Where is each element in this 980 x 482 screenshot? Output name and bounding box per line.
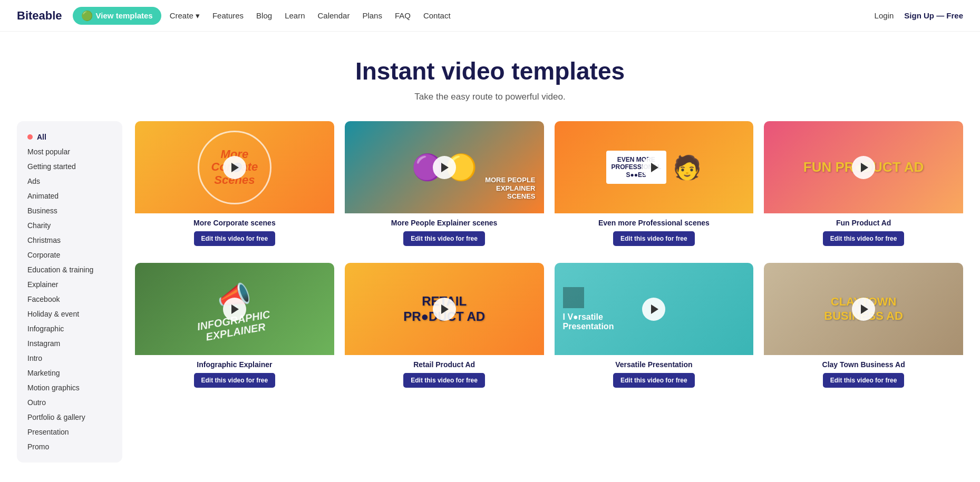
nav-right: Login Sign Up — Free bbox=[875, 11, 963, 20]
thumb-claytown-business-ad: CLAYTOWNBUSINESS AD bbox=[764, 263, 963, 355]
sidebar-item-label: Christmas bbox=[27, 236, 61, 244]
edit-button[interactable]: Edit this video for free bbox=[613, 231, 695, 246]
template-card-fun-product-ad: FUN PR●DUCT AD Fun Product Ad Edit this … bbox=[764, 121, 963, 252]
sidebar-item-christmas[interactable]: Christmas bbox=[17, 233, 122, 248]
main-layout: All Most popular Getting started Ads Ani… bbox=[0, 121, 980, 463]
template-card-people-explainer: 🟣 🟡 MORE PEOPLEEXPLAINERSCENES More Peop… bbox=[345, 121, 544, 252]
sidebar-item-education[interactable]: Education & training bbox=[17, 262, 122, 277]
sidebar-item-label: Holiday & event bbox=[27, 310, 79, 318]
sidebar-item-presentation[interactable]: Presentation bbox=[17, 425, 122, 439]
sidebar-item-label: Ads bbox=[27, 177, 40, 185]
template-title: Infographic Explainer bbox=[135, 360, 334, 369]
play-button[interactable] bbox=[852, 298, 875, 321]
play-button[interactable] bbox=[223, 298, 246, 321]
template-info: Clay Town Business Ad Edit this video fo… bbox=[764, 355, 963, 394]
nav-calendar[interactable]: Calendar bbox=[318, 11, 350, 20]
view-templates-btn[interactable]: 🟢 View templates bbox=[73, 7, 161, 25]
nav-plans[interactable]: Plans bbox=[362, 11, 382, 20]
template-info: More Corporate scenes Edit this video fo… bbox=[135, 213, 334, 252]
thumb-fun-product-ad: FUN PR●DUCT AD bbox=[764, 121, 963, 213]
sidebar-item-label: Instagram bbox=[27, 339, 60, 348]
template-title: Even more Professional scenes bbox=[555, 219, 754, 227]
sidebar-item-label: Marketing bbox=[27, 369, 60, 377]
login-link[interactable]: Login bbox=[875, 11, 894, 20]
sidebar-item-facebook[interactable]: Facebook bbox=[17, 292, 122, 307]
person-silhouette: 🧑 bbox=[673, 154, 702, 181]
template-card-corporate-scenes: MoreCor◉ateScenes More Corporate scenes … bbox=[135, 121, 334, 252]
hero-title: Instant video templates bbox=[0, 57, 980, 85]
template-card-infographic-explainer: 📣 INFOGRAPHICEXPLAINER Infographic Expla… bbox=[135, 263, 334, 394]
sidebar-item-label: Presentation bbox=[27, 428, 69, 436]
nav-blog[interactable]: Blog bbox=[256, 11, 272, 20]
sidebar-item-ads[interactable]: Ads bbox=[17, 174, 122, 189]
navbar: Biteable 🟢 View templates Create ▾ Featu… bbox=[0, 0, 980, 32]
edit-button[interactable]: Edit this video for free bbox=[194, 231, 276, 246]
play-button[interactable] bbox=[433, 298, 456, 321]
sidebar-item-label: Getting started bbox=[27, 162, 76, 171]
template-title: Versatile Presentation bbox=[555, 360, 754, 369]
template-info: Retail Product Ad Edit this video for fr… bbox=[345, 355, 544, 394]
sidebar-item-label: Corporate bbox=[27, 251, 60, 259]
template-card-retail-product-ad: RETAILPR●DUCT AD Retail Product Ad Edit … bbox=[345, 263, 544, 394]
template-card-versatile-presentation: I V●rsatilePresentation Versatile Presen… bbox=[555, 263, 754, 394]
mascot-icon: 🟢 bbox=[81, 10, 93, 22]
sidebar-item-infographic[interactable]: Infographic bbox=[17, 321, 122, 336]
sidebar-item-animated[interactable]: Animated bbox=[17, 189, 122, 203]
sidebar-item-label: Portfolio & gallery bbox=[27, 413, 85, 421]
nav-create[interactable]: Create ▾ bbox=[170, 11, 200, 21]
active-dot bbox=[27, 134, 33, 140]
view-templates-label: View templates bbox=[96, 11, 153, 20]
play-button[interactable] bbox=[642, 156, 665, 179]
template-info: Versatile Presentation Edit this video f… bbox=[555, 355, 754, 394]
sidebar-item-holiday[interactable]: Holiday & event bbox=[17, 307, 122, 321]
play-button[interactable] bbox=[223, 156, 246, 179]
sidebar-item-portfolio[interactable]: Portfolio & gallery bbox=[17, 410, 122, 425]
sidebar-item-label: Outro bbox=[27, 398, 46, 407]
sidebar-item-getting-started[interactable]: Getting started bbox=[17, 159, 122, 174]
thumb-professional-scenes: EVEN MOREPROFESSIONALS●●ES 🧑 bbox=[555, 121, 754, 213]
sidebar-item-intro[interactable]: Intro bbox=[17, 351, 122, 366]
sidebar-item-label: Infographic bbox=[27, 324, 64, 333]
edit-button[interactable]: Edit this video for free bbox=[194, 373, 276, 388]
nav-faq[interactable]: FAQ bbox=[395, 11, 411, 20]
sidebar-item-label: Motion graphics bbox=[27, 383, 80, 392]
sidebar-item-explainer[interactable]: Explainer bbox=[17, 277, 122, 292]
sidebar-item-marketing[interactable]: Marketing bbox=[17, 366, 122, 380]
sidebar-item-outro[interactable]: Outro bbox=[17, 395, 122, 410]
sidebar-item-most-popular[interactable]: Most popular bbox=[17, 144, 122, 159]
template-title: More Corporate scenes bbox=[135, 219, 334, 227]
template-title: More People Explainer scenes bbox=[345, 219, 544, 227]
sidebar-item-promo[interactable]: Promo bbox=[17, 439, 122, 454]
sidebar-item-label: Promo bbox=[27, 442, 49, 451]
sidebar-item-instagram[interactable]: Instagram bbox=[17, 336, 122, 351]
sidebar-item-corporate[interactable]: Corporate bbox=[17, 248, 122, 262]
thumb-infographic-explainer: 📣 INFOGRAPHICEXPLAINER bbox=[135, 263, 334, 355]
edit-button[interactable]: Edit this video for free bbox=[823, 373, 905, 388]
edit-button[interactable]: Edit this video for free bbox=[613, 373, 695, 388]
nav-contact[interactable]: Contact bbox=[423, 11, 451, 20]
sidebar-item-label: Animated bbox=[27, 192, 59, 200]
sidebar-item-label: Charity bbox=[27, 221, 51, 230]
hero-subtitle: Take the easy route to powerful video. bbox=[0, 92, 980, 102]
sidebar-item-motion-graphics[interactable]: Motion graphics bbox=[17, 380, 122, 395]
play-button[interactable] bbox=[642, 298, 665, 321]
sidebar-item-all[interactable]: All bbox=[17, 130, 122, 144]
sidebar-item-label: Explainer bbox=[27, 280, 58, 289]
template-title: Retail Product Ad bbox=[345, 360, 544, 369]
sidebar-item-business[interactable]: Business bbox=[17, 203, 122, 218]
hero-section: Instant video templates Take the easy ro… bbox=[0, 32, 980, 121]
signup-link[interactable]: Sign Up — Free bbox=[904, 11, 963, 20]
edit-button[interactable]: Edit this video for free bbox=[403, 373, 485, 388]
template-card-professional-scenes: EVEN MOREPROFESSIONALS●●ES 🧑 Even more P… bbox=[555, 121, 754, 252]
edit-button[interactable]: Edit this video for free bbox=[403, 231, 485, 246]
sidebar-item-label: Intro bbox=[27, 354, 42, 362]
sidebar-item-label: All bbox=[37, 133, 46, 141]
play-button[interactable] bbox=[852, 156, 875, 179]
nav-learn[interactable]: Learn bbox=[285, 11, 305, 20]
edit-button[interactable]: Edit this video for free bbox=[823, 231, 905, 246]
sidebar-item-label: Most popular bbox=[27, 147, 70, 156]
template-info: Even more Professional scenes Edit this … bbox=[555, 213, 754, 252]
play-button[interactable] bbox=[433, 156, 456, 179]
sidebar-item-charity[interactable]: Charity bbox=[17, 218, 122, 233]
nav-features[interactable]: Features bbox=[212, 11, 244, 20]
